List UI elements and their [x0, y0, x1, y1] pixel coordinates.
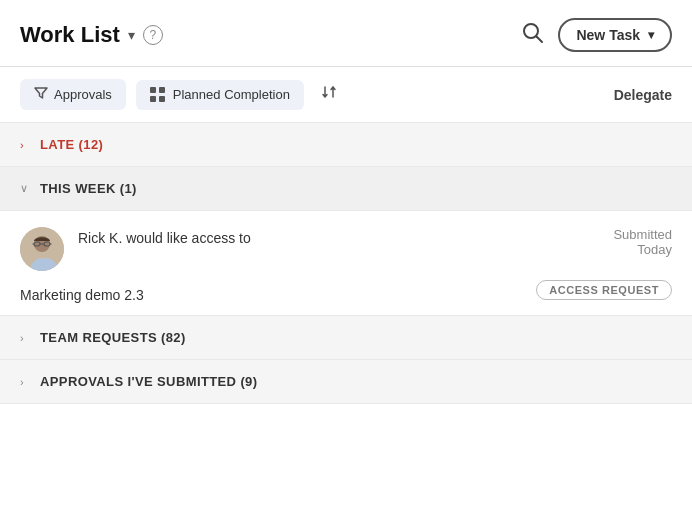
toolbar: Approvals Planned Completion Delegate: [0, 67, 692, 123]
team-requests-chevron-icon: ›: [20, 332, 32, 344]
task-description: Rick K. would like access to: [78, 227, 251, 246]
planned-completion-label: Planned Completion: [173, 87, 290, 102]
grid-icon: [150, 87, 166, 103]
search-icon[interactable]: [522, 22, 544, 49]
late-section-title: LATE (12): [40, 137, 103, 152]
approvals-submitted-section-title: APPROVALS I'VE SUBMITTED (9): [40, 374, 257, 389]
planned-completion-button[interactable]: Planned Completion: [136, 80, 304, 110]
approvals-submitted-section-row[interactable]: › APPROVALS I'VE SUBMITTED (9): [0, 360, 692, 404]
title-chevron-icon[interactable]: ▾: [128, 27, 135, 43]
new-task-chevron-icon: ▾: [648, 28, 654, 42]
svg-line-1: [537, 36, 543, 42]
avatar: [20, 227, 64, 271]
approvals-submitted-chevron-icon: ›: [20, 376, 32, 388]
this-week-chevron-icon: ∨: [20, 182, 32, 195]
submitted-day: Today: [613, 242, 672, 257]
task-name: Marketing demo 2.3: [20, 287, 144, 303]
header-right: New Task ▾: [522, 18, 672, 52]
approvals-label: Approvals: [54, 87, 112, 102]
new-task-button[interactable]: New Task ▾: [558, 18, 672, 52]
header: Work List ▾ ? New Task ▾: [0, 0, 692, 67]
task-left: Rick K. would like access to: [20, 227, 251, 271]
sort-icon[interactable]: [320, 83, 338, 106]
this-week-section-title: THIS WEEK (1): [40, 181, 137, 196]
late-section-row[interactable]: › LATE (12): [0, 123, 692, 167]
task-top: Rick K. would like access to Submitted T…: [20, 227, 672, 271]
help-icon[interactable]: ?: [143, 25, 163, 45]
task-submitted: Submitted Today: [613, 227, 672, 257]
delegate-button[interactable]: Delegate: [614, 87, 672, 103]
task-item: Rick K. would like access to Submitted T…: [0, 211, 692, 316]
team-requests-section-title: TEAM REQUESTS (82): [40, 330, 186, 345]
late-chevron-icon: ›: [20, 139, 32, 151]
team-requests-section-row[interactable]: › TEAM REQUESTS (82): [0, 316, 692, 360]
approvals-button[interactable]: Approvals: [20, 79, 126, 110]
this-week-section-row[interactable]: ∨ THIS WEEK (1): [0, 167, 692, 211]
submitted-label: Submitted: [613, 227, 672, 242]
filter-icon: [34, 86, 48, 103]
page-title: Work List: [20, 22, 120, 48]
access-request-badge[interactable]: ACCESS REQUEST: [536, 280, 672, 300]
new-task-label: New Task: [576, 27, 640, 43]
header-left: Work List ▾ ?: [20, 22, 163, 48]
